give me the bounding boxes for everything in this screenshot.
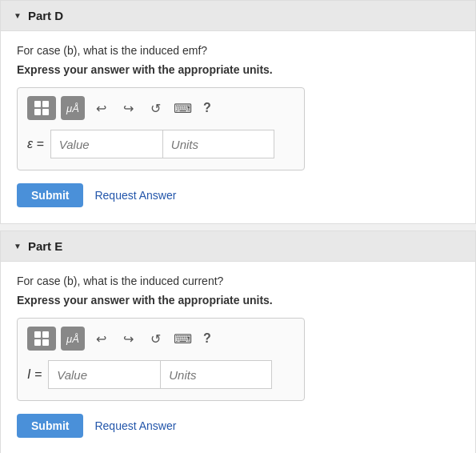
input-row: ε = [27, 130, 294, 158]
undo-button[interactable]: ↩ [90, 327, 112, 350]
undo-button[interactable]: ↩ [90, 97, 112, 119]
question-text: For case (b), what is the induced emf? [17, 44, 459, 57]
section-title: Part D [28, 9, 63, 22]
toolbar: μÅ ↩ ↪ ↺ ⌨ ? [27, 96, 294, 120]
instruction-text: Express your answer with the appropriate… [17, 63, 459, 76]
redo-button[interactable]: ↪ [117, 97, 139, 119]
section-body-part-e: For case (b), what is the induced curren… [1, 262, 475, 453]
section-part-e: ▼ Part E For case (b), what is the induc… [0, 231, 476, 453]
submit-button[interactable]: Submit [17, 414, 83, 438]
value-input[interactable] [50, 130, 162, 158]
refresh-button[interactable]: ↺ [144, 97, 166, 119]
keyboard-button[interactable]: ⌨ [171, 97, 194, 119]
actions: Submit Request Answer [17, 183, 459, 207]
input-label: I = [27, 367, 42, 382]
section-part-d: ▼ Part D For case (b), what is the induc… [0, 0, 476, 224]
help-button[interactable]: ? [198, 327, 216, 351]
section-body-part-d: For case (b), what is the induced emf? E… [1, 31, 475, 223]
instruction-text: Express your answer with the appropriate… [17, 294, 459, 307]
grid-squares-icon [34, 331, 49, 346]
refresh-button[interactable]: ↺ [144, 327, 166, 350]
collapse-arrow-icon[interactable]: ▼ [14, 242, 22, 251]
toolbar: μÅ ↩ ↪ ↺ ⌨ ? [27, 327, 294, 351]
input-box-container: μÅ ↩ ↪ ↺ ⌨ ? ε = [17, 87, 305, 170]
keyboard-button[interactable]: ⌨ [171, 327, 194, 350]
mu-button[interactable]: μÅ [61, 327, 85, 351]
redo-button[interactable]: ↪ [117, 327, 139, 350]
request-answer-link[interactable]: Request Answer [94, 419, 176, 432]
grid-icon-button[interactable] [27, 96, 56, 120]
value-input[interactable] [48, 360, 160, 389]
actions: Submit Request Answer [17, 414, 459, 438]
section-header-part-e: ▼ Part E [1, 231, 475, 262]
help-button[interactable]: ? [198, 96, 216, 120]
input-box-container: μÅ ↩ ↪ ↺ ⌨ ? I = [17, 318, 305, 401]
mu-button[interactable]: μÅ [61, 96, 85, 120]
grid-squares-icon [34, 101, 49, 115]
question-text: For case (b), what is the induced curren… [17, 275, 459, 287]
grid-icon-button[interactable] [27, 327, 56, 351]
units-input[interactable] [162, 130, 274, 158]
collapse-arrow-icon[interactable]: ▼ [14, 11, 22, 20]
units-input[interactable] [160, 360, 272, 389]
section-header-part-d: ▼ Part D [1, 1, 475, 31]
request-answer-link[interactable]: Request Answer [94, 189, 176, 202]
input-row: I = [27, 360, 294, 389]
submit-button[interactable]: Submit [17, 183, 83, 207]
input-label: ε = [27, 137, 44, 151]
section-title: Part E [28, 239, 62, 253]
